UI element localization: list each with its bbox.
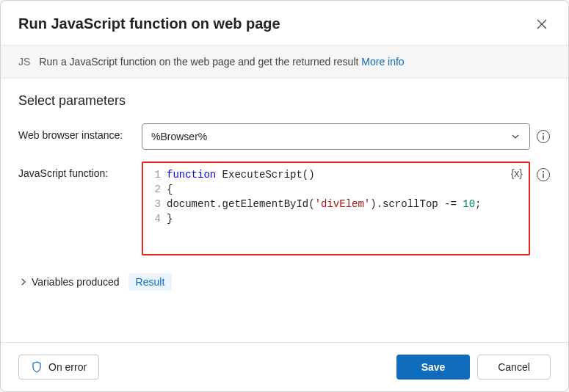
code-line-2: 2 { [149, 182, 523, 197]
code-str-3: 'divElem' [315, 198, 371, 210]
line-num-4: 4 [149, 211, 161, 226]
save-button[interactable]: Save [396, 355, 470, 380]
chevron-right-icon[interactable] [18, 277, 29, 287]
code-line-3: 3 document.getElementById('divElem').scr… [149, 197, 523, 211]
code-rest-1: ExecuteScript() [216, 169, 314, 181]
info-icon[interactable] [536, 167, 551, 182]
browser-value: %Browser% [151, 131, 207, 142]
js-badge: JS [18, 56, 30, 68]
info-banner: JS Run a JavaScript function on the web … [1, 45, 568, 79]
line-num-2: 2 [149, 182, 161, 197]
browser-label: Web browser instance: [18, 123, 136, 141]
js-control-wrap: {x} 1 function ExecuteScript() 2 { 3 doc… [142, 161, 551, 255]
code-line-1: 1 function ExecuteScript() [149, 167, 523, 182]
section-title: Select parameters [18, 93, 551, 109]
code-end-3: ; [475, 198, 481, 210]
info-icon[interactable] [536, 129, 551, 144]
close-icon [536, 18, 548, 30]
banner-text: Run a JavaScript function on the web pag… [39, 56, 404, 68]
line-num-1: 1 [149, 167, 161, 182]
browser-param-row: Web browser instance: %Browser% [18, 123, 551, 150]
variables-label: Variables produced [32, 276, 120, 288]
code-line-4: 4 } [149, 211, 523, 226]
js-code-editor[interactable]: {x} 1 function ExecuteScript() 2 { 3 doc… [142, 161, 530, 255]
code-suffix-3: ).scrollTop -= [370, 198, 463, 210]
svg-rect-5 [543, 174, 543, 178]
on-error-label: On error [48, 361, 87, 373]
line-content-1: function ExecuteScript() [167, 167, 315, 182]
on-error-button[interactable]: On error [18, 355, 99, 380]
svg-rect-2 [543, 136, 543, 140]
shield-icon [31, 361, 43, 373]
variable-badge[interactable]: {x} [511, 167, 523, 179]
dialog-title: Run JavaScript function on web page [18, 15, 280, 32]
browser-dropdown[interactable]: %Browser% [142, 123, 530, 150]
code-prefix-3: document.getElementById( [167, 198, 315, 210]
line-content-2: { [167, 182, 173, 197]
kw-function: function [167, 169, 216, 181]
line-num-3: 3 [149, 197, 161, 211]
content-area: Select parameters Web browser instance: … [1, 79, 568, 342]
line-content-3: document.getElementById('divElem').scrol… [167, 197, 482, 211]
svg-point-4 [543, 171, 544, 173]
dialog: Run JavaScript function on web page JS R… [0, 0, 569, 392]
cancel-button[interactable]: Cancel [477, 355, 551, 380]
code-num-3: 10 [463, 198, 475, 210]
js-param-row: JavaScript function: {x} 1 function Exec… [18, 161, 551, 255]
result-badge[interactable]: Result [128, 273, 173, 291]
banner-text-content: Run a JavaScript function on the web pag… [39, 56, 361, 68]
line-content-4: } [167, 211, 173, 226]
dialog-footer: On error Save Cancel [1, 342, 568, 391]
footer-actions: Save Cancel [396, 355, 551, 380]
svg-point-1 [543, 133, 544, 134]
more-info-link[interactable]: More info [361, 56, 404, 68]
chevron-down-icon [510, 131, 521, 142]
js-label: JavaScript function: [18, 161, 136, 179]
close-button[interactable] [533, 15, 551, 33]
browser-control-wrap: %Browser% [142, 123, 551, 150]
variables-row: Variables produced Result [18, 273, 551, 291]
dialog-header: Run JavaScript function on web page [1, 1, 568, 45]
